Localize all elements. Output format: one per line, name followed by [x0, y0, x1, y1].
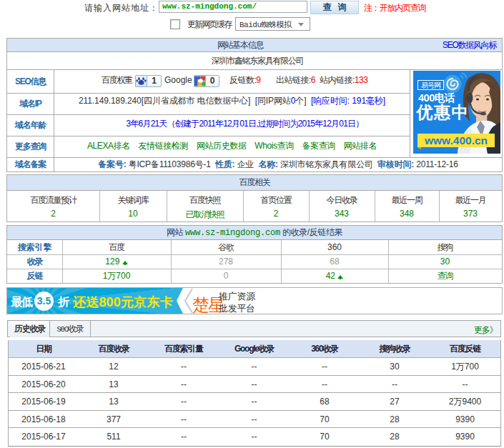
svg-text:易号网: 易号网 [421, 81, 440, 89]
svg-text:www.400.cn: www.400.cn [424, 134, 488, 146]
svg-text:优惠中: 优惠中 [416, 103, 470, 121]
